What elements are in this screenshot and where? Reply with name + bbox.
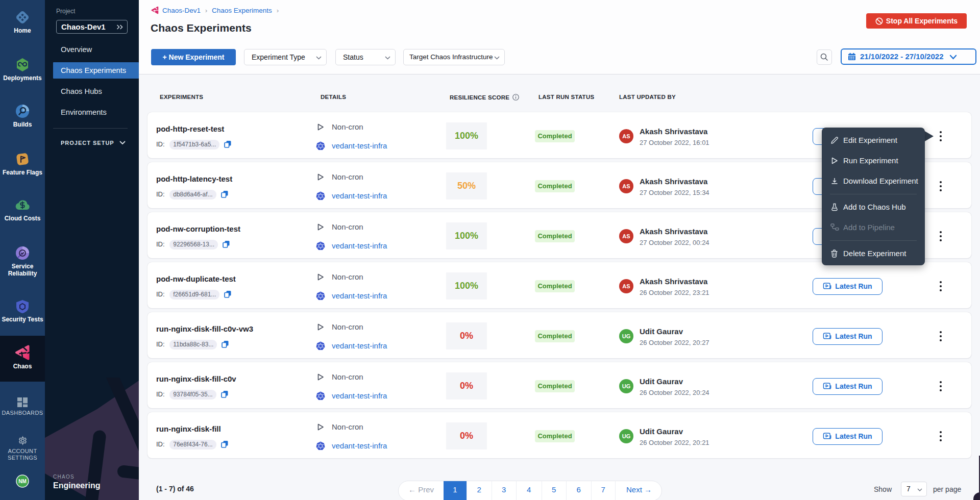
svg-text:NM: NM <box>18 479 27 484</box>
